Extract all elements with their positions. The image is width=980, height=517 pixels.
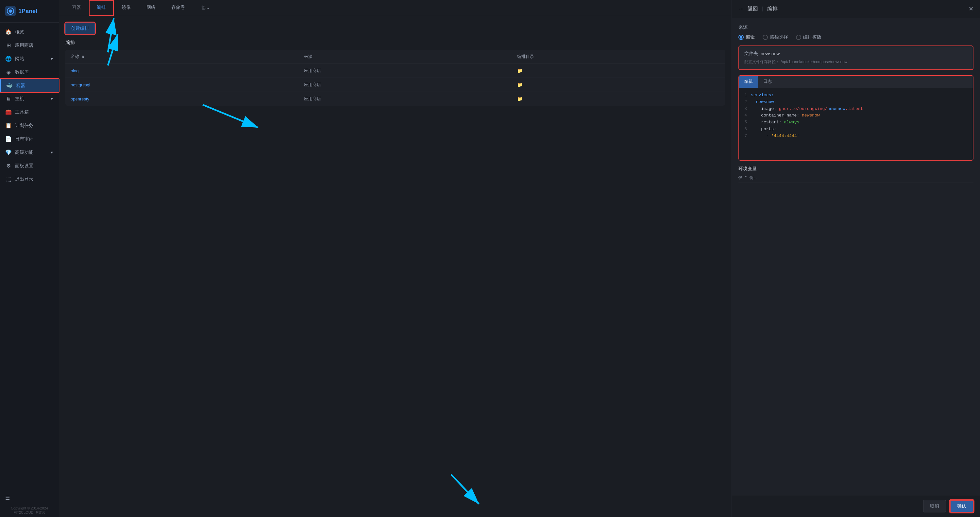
env-col-2: ^	[745, 175, 747, 180]
radio-template[interactable]: 编排模版	[796, 34, 821, 40]
code-line-4: 4 container_name: newsnow	[739, 112, 973, 119]
logo-text: 1Panel	[18, 8, 37, 15]
action-bar: 创建编排	[65, 22, 725, 34]
col-name: 名称 ⇅	[65, 50, 299, 64]
editor-tab-log[interactable]: 日志	[758, 76, 777, 88]
sidebar-item-label: 高级功能	[15, 150, 33, 155]
radio-dot	[738, 35, 744, 40]
tab-image[interactable]: 镜像	[114, 0, 138, 16]
sidebar-item-appstore[interactable]: ⊞ 应用商店	[0, 38, 59, 52]
table-row: openresty 应用商店 📁	[65, 92, 725, 106]
code-line-7: 7 - '4444:4444'	[739, 133, 973, 140]
panel-header: ← 返回 | 编排 ✕	[732, 0, 980, 18]
sidebar-item-logs[interactable]: 📄 日志审计	[0, 132, 59, 145]
svg-point-2	[9, 10, 12, 13]
divider: |	[762, 6, 763, 12]
host-icon: 🖥	[5, 96, 12, 102]
env-header-row: 仅 ^ 例...	[738, 175, 974, 183]
cell-dir[interactable]: 📁	[512, 92, 725, 106]
env-label: 环境变量	[738, 166, 974, 172]
source-label: 来源	[738, 24, 974, 30]
scheduler-icon: 📋	[5, 122, 12, 129]
code-editor[interactable]: 1 services: 2 newsnow: 3 image: ghcr.io/…	[739, 88, 973, 160]
back-button[interactable]: ←	[738, 6, 744, 12]
table-row: postgresql 应用商店 📁	[65, 78, 725, 92]
section-title: 编排	[65, 40, 725, 46]
sidebar-item-label: 日志审计	[15, 136, 33, 142]
editor-box: 编辑 日志 1 services: 2 newsnow: 3 image:	[738, 75, 974, 161]
sidebar-item-label: 容器	[16, 83, 25, 89]
cell-source: 应用商店	[299, 78, 512, 92]
sidebar-item-label: 应用商店	[15, 43, 33, 48]
sidebar-item-settings[interactable]: ⚙ 面板设置	[0, 159, 59, 172]
env-col-1: 仅	[738, 175, 742, 180]
cell-name[interactable]: postgresql	[65, 78, 299, 92]
sidebar-item-label: 面板设置	[15, 163, 33, 169]
cell-dir[interactable]: 📁	[512, 64, 725, 78]
code-line-5: 5 restart: always	[739, 119, 973, 126]
chevron-down-icon: ▼	[50, 57, 54, 61]
radio-template-label: 编排模版	[803, 34, 821, 40]
sidebar-item-label: 概览	[15, 29, 24, 35]
sidebar-item-toolbox[interactable]: 🧰 工具箱	[0, 105, 59, 119]
folder-label: 文件夹	[744, 51, 758, 57]
cell-source: 应用商店	[299, 64, 512, 78]
sidebar-item-host[interactable]: 🖥 主机 ▼	[0, 92, 59, 105]
sidebar-item-website[interactable]: 🌐 网站 ▼	[0, 52, 59, 65]
code-line-1: 1 services:	[739, 92, 973, 99]
tab-network[interactable]: 网络	[138, 0, 164, 16]
code-line-3: 3 image: ghcr.io/ourongxing/newsnow:late…	[739, 106, 973, 113]
code-line-6: 6 ports:	[739, 126, 973, 133]
radio-edit[interactable]: 编辑	[738, 34, 755, 40]
sort-icon: ⇅	[82, 55, 84, 59]
home-icon: 🏠	[5, 29, 12, 35]
editor-tabs: 编辑 日志	[739, 76, 973, 88]
logs-icon: 📄	[5, 136, 12, 142]
config-path: 配置文件保存路径： /opt/1panel/docker/compose/new…	[744, 59, 967, 65]
sidebar-item-logout[interactable]: ⬚ 退出登录	[0, 172, 59, 186]
editor-tab-edit[interactable]: 编辑	[739, 76, 758, 88]
sidebar-item-advanced[interactable]: 💎 高级功能 ▼	[0, 145, 59, 159]
menu-icon[interactable]: ☰	[0, 491, 59, 504]
cell-name[interactable]: openresty	[65, 92, 299, 106]
confirm-button[interactable]: 确认	[950, 500, 974, 512]
tab-container[interactable]: 容器	[64, 0, 89, 16]
cancel-button[interactable]: 取消	[923, 500, 946, 512]
col-dir: 编排目录	[512, 50, 725, 64]
settings-icon: ⚙	[5, 163, 12, 169]
right-panel: ← 返回 | 编排 ✕ 来源 编辑 路径选择 编排模版	[732, 0, 980, 517]
config-path-value: /opt/1panel/docker/compose/newsnow	[781, 59, 847, 64]
sidebar-item-overview[interactable]: 🏠 概览	[0, 25, 59, 38]
cell-source: 应用商店	[299, 92, 512, 106]
sidebar-item-label: 数据库	[15, 69, 29, 75]
sidebar-item-scheduler[interactable]: 📋 计划任务	[0, 119, 59, 132]
table: 名称 ⇅ 来源 编排目录 blog 应用商店 📁	[65, 50, 725, 106]
cell-dir[interactable]: 📁	[512, 78, 725, 92]
tab-compose[interactable]: 编排	[89, 0, 114, 16]
close-button[interactable]: ✕	[969, 5, 974, 13]
main-content: 容器 编排 镜像 网络 存储卷 仓... 创建编排 编排	[59, 0, 732, 517]
config-path-label: 配置文件保存路径：	[744, 59, 780, 64]
tab-storage[interactable]: 存储卷	[164, 0, 193, 16]
compose-table: 名称 ⇅ 来源 编排目录 blog 应用商店 📁	[65, 50, 725, 106]
sidebar-item-database[interactable]: ◈ 数据库	[0, 65, 59, 79]
panel-footer: 取消 确认	[732, 495, 980, 517]
sidebar-item-label: 计划任务	[15, 123, 33, 129]
panel-body: 来源 编辑 路径选择 编排模版 文件夹 newsnow	[732, 18, 980, 495]
content-area: 创建编排 编排 名称 ⇅ 来源 编排目录	[59, 16, 732, 517]
sidebar-item-container[interactable]: 🐳 容器	[0, 79, 59, 92]
radio-path[interactable]: 路径选择	[763, 34, 788, 40]
sidebar-item-label: 主机	[15, 96, 24, 102]
create-compose-button[interactable]: 创建编排	[65, 22, 95, 34]
radio-dot	[763, 35, 768, 40]
database-icon: ◈	[5, 69, 12, 75]
tab-warehouse[interactable]: 仓...	[193, 0, 217, 16]
env-col-3: 例...	[749, 175, 757, 180]
file-box: 文件夹 newsnow 配置文件保存路径： /opt/1panel/docker…	[738, 45, 974, 70]
cell-name[interactable]: blog	[65, 64, 299, 78]
sidebar-nav: 🏠 概览 ⊞ 应用商店 🌐 网站 ▼ ◈ 数据库 🐳 容器 🖥 主机 ▼ 🧰 工…	[0, 22, 59, 491]
copyright: Copyright © 2014-2024 FIT2CLOUD 飞致云	[0, 504, 59, 517]
appstore-icon: ⊞	[5, 42, 12, 48]
sidebar-item-label: 退出登录	[15, 176, 33, 182]
radio-path-label: 路径选择	[770, 34, 788, 40]
